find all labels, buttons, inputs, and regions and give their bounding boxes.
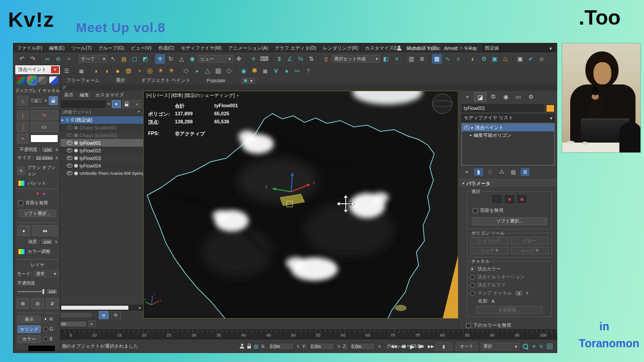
- rendered-frame-window-icon[interactable]: ▣: [490, 54, 500, 64]
- target-light-icon[interactable]: ◗: [91, 66, 101, 76]
- keyboard-shortcut-override-icon[interactable]: ⌨: [259, 54, 269, 64]
- search-input[interactable]: [61, 101, 106, 108]
- explorer-menu-display[interactable]: 表示: [64, 92, 73, 98]
- geometry-pyramid-icon[interactable]: △: [203, 66, 212, 76]
- layer-color-swatch[interactable]: [28, 345, 55, 352]
- geometry-plane-icon[interactable]: ▦: [213, 66, 223, 76]
- color-adjust-label[interactable]: カラー調整: [28, 248, 50, 255]
- ignore-below-checkbox[interactable]: [466, 323, 471, 328]
- vray-logo-icon[interactable]: V: [271, 66, 281, 76]
- ignore-backfacing-checkbox[interactable]: [18, 201, 23, 206]
- show-button[interactable]: 表示: [17, 316, 41, 323]
- new-layer-icon[interactable]: ⊞: [17, 298, 29, 309]
- spinner-icon[interactable]: ⇅: [55, 240, 58, 244]
- select-and-rotate-icon[interactable]: ↻: [166, 54, 176, 64]
- b-radio[interactable]: [43, 337, 48, 341]
- render-in-cloud-icon[interactable]: ▣: [515, 54, 525, 64]
- map-channel-radio[interactable]: [470, 291, 475, 296]
- stack-item-editable-poly[interactable]: ▸ 編集可能ポリゴン: [462, 131, 554, 139]
- element-sel-icon[interactable]: ◆: [42, 191, 45, 196]
- material-editor-icon[interactable]: ◐: [468, 54, 478, 64]
- modifier-sets-list-icon[interactable]: ≣: [521, 168, 530, 176]
- geometry-sphere-icon[interactable]: ◕: [192, 66, 202, 76]
- create-tab-icon[interactable]: +: [462, 92, 473, 101]
- face-select-icon[interactable]: ■: [505, 195, 514, 203]
- spinner-snap-icon[interactable]: ⇅: [306, 54, 316, 64]
- selection-filter-dropdown[interactable]: すべて ▾: [79, 55, 107, 63]
- g-radio[interactable]: [43, 327, 48, 332]
- tab-freeform[interactable]: フリーフォーム: [66, 77, 100, 84]
- redo-icon[interactable]: ↷: [28, 54, 38, 64]
- list-item-layer-default[interactable]: ▸ ≣ 0 (既定値): [59, 116, 143, 124]
- select-and-manipulate-icon[interactable]: ✛: [249, 54, 258, 64]
- dome-light-icon[interactable]: ◖: [102, 66, 112, 76]
- render-setup-icon[interactable]: ⚙: [479, 54, 489, 64]
- culling-button[interactable]: カリング: [17, 325, 41, 333]
- menu-edit[interactable]: 編集(E): [49, 45, 64, 51]
- eye-icon[interactable]: [67, 126, 72, 130]
- scene-explorer-toggle-icon[interactable]: ▥: [407, 54, 416, 64]
- viewport-filter-icon[interactable]: ▼: [236, 94, 240, 98]
- camera-icon[interactable]: ◙: [76, 66, 86, 76]
- stack-item-vertex-paint[interactable]: ▸ 頂点ペイント: [462, 124, 554, 131]
- disc-light-icon[interactable]: ◔: [134, 66, 144, 76]
- curve-editor-icon[interactable]: ∿: [443, 54, 453, 64]
- scrollbar-thumb[interactable]: [61, 306, 128, 310]
- camera-rig-icon[interactable]: ◙: [260, 66, 270, 76]
- spinner-icon[interactable]: ⇅: [297, 345, 300, 349]
- color-adjust-icon[interactable]: [17, 248, 25, 255]
- spinner-icon[interactable]: ⇅: [44, 99, 47, 103]
- layer-opacity-field[interactable]: 100: [46, 288, 58, 295]
- eye-icon[interactable]: [67, 141, 72, 145]
- select-and-link-icon[interactable]: ∞: [42, 54, 52, 64]
- percent-snap-icon[interactable]: %: [296, 54, 305, 64]
- reference-coordinate-dropdown[interactable]: ビュー ▾: [198, 55, 233, 63]
- window-crossing-icon[interactable]: ◩: [140, 54, 150, 64]
- list-item-tyflow002[interactable]: tyFlow002: [59, 147, 143, 154]
- ribbon-toggle-icon[interactable]: ▦: [432, 54, 442, 64]
- element-select-icon[interactable]: ◆: [517, 195, 526, 203]
- selection-lock-icon[interactable]: [247, 346, 251, 349]
- sun-rays-icon[interactable]: ✳: [166, 66, 176, 76]
- opacity-slider[interactable]: [17, 291, 44, 292]
- show-end-result-icon[interactable]: ▮: [474, 168, 483, 176]
- motion-tab-icon[interactable]: ◉: [500, 92, 512, 101]
- filter-icon[interactable]: ▼: [112, 100, 121, 108]
- menu-customize[interactable]: カスタマイズ(U): [365, 45, 400, 51]
- ring-button[interactable]: リング ⇅: [470, 247, 508, 254]
- list-item-tyflow001[interactable]: tyFlow001: [59, 139, 143, 147]
- map-channel-field[interactable]: 3: [514, 290, 523, 296]
- signed-in-user[interactable]: Masahiro Yoshic: [407, 46, 441, 51]
- paint-brush-button[interactable]: ✎: [30, 110, 58, 120]
- expand-icon[interactable]: ▸: [471, 126, 473, 130]
- list-item-umbrella-thorn-acacia[interactable]: Umbrella Thorn Acacia 008 Spring001: [59, 169, 143, 177]
- opacity-field[interactable]: 100: [41, 147, 54, 153]
- open-in-viewer-icon[interactable]: ◉: [537, 54, 547, 64]
- snaps-toggle-icon[interactable]: 3: [274, 54, 284, 64]
- pan-icon[interactable]: ✛: [532, 344, 536, 349]
- soft-selection-button[interactable]: ソフト選択...: [472, 217, 547, 225]
- frame-step-icon[interactable]: ▸: [88, 320, 96, 327]
- face-sel-icon[interactable]: ■: [36, 191, 38, 196]
- menu-views[interactable]: ビュー(V): [131, 45, 152, 51]
- menu-rendering[interactable]: レンダリング(R): [323, 45, 358, 51]
- sun-light-icon[interactable]: ☀: [156, 66, 165, 76]
- layer-explorer-icon[interactable]: ≣: [417, 54, 427, 64]
- expand-icon[interactable]: ▸: [62, 118, 64, 122]
- viewport[interactable]: x y x y z [+] [パース: [143, 91, 458, 319]
- vertex-illumination-radio[interactable]: [470, 275, 475, 280]
- placement-tool-icon[interactable]: ◉: [187, 54, 197, 64]
- viewport-label-text[interactable]: [+] [パース] [標準] [既定のシェーディング]: [146, 93, 235, 98]
- brush-options-icon[interactable]: ✎: [17, 167, 25, 175]
- grow-button[interactable]: グロー: [511, 237, 549, 244]
- x-coordinate-field[interactable]: 0.0m: [268, 343, 294, 350]
- edit-named-selection-sets-icon[interactable]: {}: [321, 54, 331, 64]
- align-icon[interactable]: ≡: [392, 54, 402, 64]
- maximize-viewport-icon[interactable]: [547, 344, 552, 349]
- health-check-icon[interactable]: ✔: [526, 54, 536, 64]
- spinner-icon[interactable]: ⇅: [378, 345, 381, 349]
- zoom-icon[interactable]: [523, 344, 528, 349]
- next-frame-icon[interactable]: ▮▶: [419, 344, 424, 349]
- vertex-select-icon[interactable]: ∵: [492, 195, 501, 203]
- scatter-icon[interactable]: ✱: [250, 66, 259, 76]
